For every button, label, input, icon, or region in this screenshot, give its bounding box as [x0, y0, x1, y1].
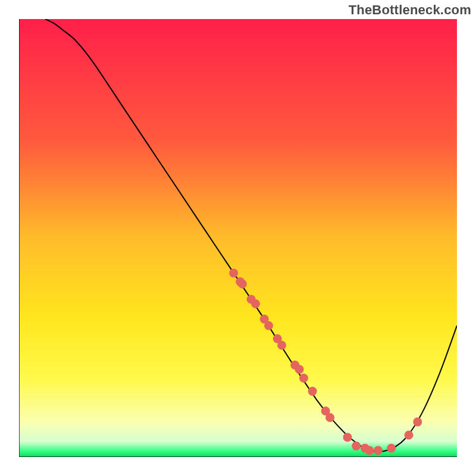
data-point [374, 446, 383, 455]
data-point [325, 413, 334, 422]
data-point [308, 387, 317, 396]
data-point [387, 444, 396, 453]
data-point [365, 446, 374, 455]
gradient-background [19, 19, 457, 457]
plot-area [19, 19, 457, 457]
data-point [343, 433, 352, 441]
chart-frame: TheBottleneck.com [0, 0, 476, 476]
data-point [352, 441, 361, 450]
data-point [264, 321, 273, 330]
data-point [251, 299, 260, 308]
data-point [413, 418, 422, 427]
data-point [238, 280, 247, 289]
data-point [299, 374, 308, 383]
watermark-text: TheBottleneck.com [349, 2, 471, 18]
data-point [229, 268, 238, 277]
data-point [295, 365, 304, 374]
data-point [405, 431, 414, 440]
chart-svg [19, 19, 457, 457]
data-point [277, 341, 286, 350]
